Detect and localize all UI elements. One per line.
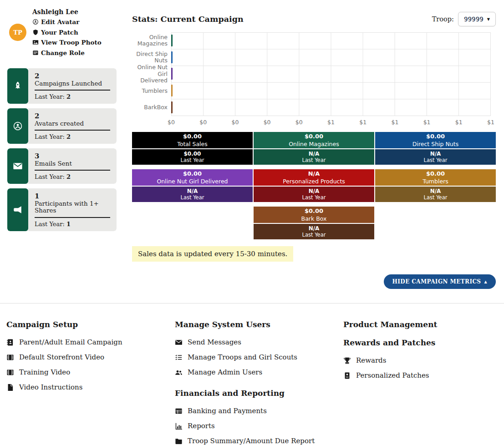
envelope-icon [7, 148, 28, 184]
tile-personalized-products: N/APersonalized Products N/ALast Year [254, 169, 374, 202]
footer-column-manage-users: Manage System Users Send Messages Manage… [175, 320, 343, 445]
avatar: TP [9, 24, 26, 41]
manage-troops-girl-scouts-link[interactable]: Manage Troops and Girl Scouts [175, 353, 343, 361]
person-circle-icon [7, 108, 28, 144]
manage-admin-users-link[interactable]: Manage Admin Users [175, 368, 343, 376]
footer-heading: Campaign Setup [6, 320, 175, 329]
chevron-down-icon: ▼ [487, 17, 490, 21]
troop-summary-amount-due-report-link[interactable]: Troop Summary/Amount Due Report [175, 437, 343, 445]
category-label: Online Magazines [132, 32, 171, 49]
tile-online-magazines: $0.00Online Magazines N/ALast Year [254, 132, 374, 165]
troop-select[interactable]: 99999 ▼ [458, 12, 496, 26]
x-tick-label: $1 [359, 119, 367, 126]
x-tick-label: $0 [168, 119, 175, 126]
sidebar: TP Ashleigh Lee Edit Avatar Your Patch V… [0, 0, 125, 236]
your-patch-link[interactable]: Your Patch [32, 29, 102, 36]
page-title: Stats: Current Campaign [132, 15, 244, 24]
people-icon [175, 369, 183, 376]
stat-card-emails-sent: 3 Emails Sent Last Year: 2 [7, 148, 117, 184]
profile-name: Ashleigh Lee [32, 8, 102, 15]
your-patch-label: Your Patch [41, 29, 78, 36]
default-storefront-video-link[interactable]: Default Storefront Video [6, 353, 175, 361]
photo-icon [32, 39, 39, 46]
list-icon [32, 50, 39, 56]
envelope-icon [175, 339, 183, 346]
view-troop-photo-link[interactable]: View Troop Photo [32, 39, 102, 46]
reports-link[interactable]: Reports [175, 422, 343, 430]
folder-icon [175, 437, 183, 445]
address-book-icon [6, 339, 14, 346]
footer-column-campaign-setup: Campaign Setup Parent/Adult Email Campai… [6, 320, 175, 445]
category-label: Tumblers [132, 82, 171, 99]
x-tick-label: $0 [295, 119, 303, 126]
x-tick-label: $1 [423, 119, 431, 126]
stat-value: 3 [35, 152, 110, 160]
rocket-icon [7, 68, 28, 104]
banking-and-payments-link[interactable]: Banking and Payments [175, 407, 343, 415]
category-label: BarkBox [132, 99, 171, 116]
stat-card-campaigns-launched: 2 Campaigns Launched Last Year: 2 [7, 68, 117, 104]
chart-x-axis: $0$0$0$0$0$1$1$1$1$1$1 [171, 116, 491, 126]
change-role-label: Change Role [41, 49, 85, 56]
patch-icon [343, 372, 351, 379]
footer-heading: Manage System Users [175, 320, 343, 329]
footer-nav: Campaign Setup Parent/Adult Email Campai… [0, 303, 504, 445]
footer-column-product-management: Product Management Rewards and Patches R… [343, 320, 498, 445]
stat-last-year: Last Year: 1 [35, 221, 110, 228]
bar-row [171, 82, 490, 99]
rewards-link[interactable]: Rewards [343, 356, 498, 364]
x-tick-label: $1 [455, 119, 463, 126]
bar [171, 68, 173, 80]
footer-heading: Rewards and Patches [343, 338, 498, 347]
sales-bar-chart: Online MagazinesDirect Ship NutsOnline N… [132, 32, 496, 126]
page-layout: TP Ashleigh Lee Edit Avatar Your Patch V… [0, 0, 504, 289]
person-circle-icon [32, 19, 39, 25]
x-tick-label: $0 [199, 119, 207, 126]
x-tick-label: $0 [264, 119, 271, 126]
video-instructions-link[interactable]: Video Instructions [6, 383, 175, 391]
bar [171, 101, 173, 113]
chart-plot [171, 32, 491, 116]
chevron-up-icon: ▲ [484, 279, 487, 284]
film-icon [6, 369, 14, 376]
change-role-link[interactable]: Change Role [32, 49, 102, 56]
stat-label: Campaigns Launched [35, 80, 110, 87]
stat-value: 2 [35, 72, 110, 80]
chart-category-labels: Online MagazinesDirect Ship NutsOnline N… [132, 32, 171, 116]
edit-avatar-link[interactable]: Edit Avatar [32, 18, 102, 25]
table-icon [175, 407, 183, 415]
stat-value: 2 [35, 112, 110, 120]
x-tick-label: $1 [487, 119, 494, 126]
personalized-patches-link[interactable]: Personalized Patches [343, 371, 498, 379]
stat-last-year: Last Year: 2 [35, 173, 110, 180]
bar [171, 35, 173, 46]
shield-icon [32, 29, 39, 35]
tile-online-nut-girl-delivered: $0.00Online Nut Girl Delivered N/ALast Y… [132, 169, 253, 202]
bar [171, 51, 173, 63]
x-tick-label: $1 [391, 119, 398, 126]
sales-update-note: Sales data is updated every 15-30 minute… [132, 246, 293, 262]
view-troop-photo-label: View Troop Photo [41, 39, 102, 46]
tile-total-sales: $0.00Total Sales $0.00Last Year [132, 132, 253, 165]
file-icon [6, 384, 14, 391]
bar-chart-icon [175, 422, 183, 430]
troop-select-value: 99999 [464, 15, 484, 23]
training-video-link[interactable]: Training Video [6, 368, 175, 376]
bar [171, 85, 173, 96]
stat-card-participants-shares: 1 Participants with 1+ Shares Last Year:… [7, 188, 117, 231]
tile-direct-ship-nuts: $0.00Direct Ship Nuts N/ALast Year [375, 132, 496, 165]
stat-card-avatars-created: 2 Avatars created Last Year: 2 [7, 108, 117, 144]
stat-label: Participants with 1+ Shares [35, 200, 110, 214]
hide-campaign-metrics-button[interactable]: HIDE CAMPAIGN METRICS ▲ [384, 274, 496, 289]
edit-avatar-label: Edit Avatar [41, 18, 79, 25]
x-tick-label: $1 [327, 119, 335, 126]
stat-last-year: Last Year: 2 [35, 93, 110, 100]
megaphone-icon [7, 188, 28, 231]
campaign-metric-tiles: $0.00Total Sales $0.00Last Year $0.00Onl… [132, 132, 496, 239]
stat-label: Emails Sent [35, 160, 110, 167]
category-label: Online Nut Girl Delivered [132, 66, 171, 83]
profile-section: TP Ashleigh Lee Edit Avatar Your Patch V… [9, 8, 125, 59]
send-messages-link[interactable]: Send Messages [175, 338, 343, 346]
parent-adult-email-campaign-link[interactable]: Parent/Adult Email Campaign [6, 338, 175, 346]
troop-label: Troop: [432, 15, 454, 23]
